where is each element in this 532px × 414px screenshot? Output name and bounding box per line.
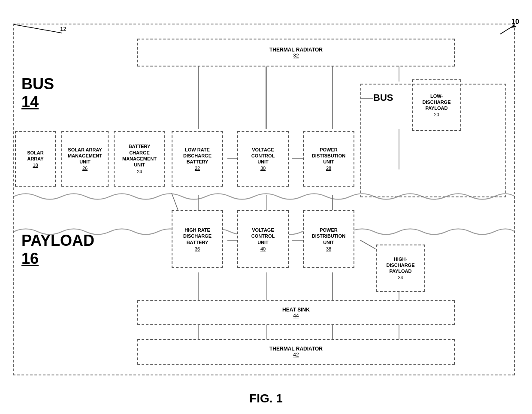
ref-12: 12 — [60, 26, 66, 32]
thermal-radiator-bottom: THERMAL RADIATOR 42 — [137, 339, 455, 365]
voltage-control-top-box: VOLTAGECONTROLUNIT 30 — [237, 131, 289, 187]
battery-charge-box: BATTERYCHARGEMANAGEMENTUNIT 24 — [114, 131, 165, 187]
bus-section-label: BUS 14 — [21, 75, 54, 111]
thermal-radiator-top: THERMAL RADIATOR 32 — [137, 39, 455, 66]
power-dist-bottom-box: POWERDISTRIBUTIONUNIT 38 — [303, 210, 354, 268]
power-dist-top-box: POWERDISTRIBUTIONUNIT 28 — [303, 131, 354, 187]
payload-section-label: PAYLOAD 16 — [21, 232, 94, 268]
fig-label: FIG. 1 — [0, 392, 532, 405]
voltage-control-bottom-box: VOLTAGECONTROLUNIT 40 — [237, 210, 289, 268]
heat-sink-box: HEAT SINK 44 — [137, 300, 455, 325]
low-rate-discharge-box: LOW RATEDISCHARGEBATTERY 22 — [172, 131, 223, 187]
ref-10: 10 — [511, 18, 519, 26]
high-rate-discharge-box: HIGH RATEDISCHARGEBATTERY 36 — [172, 210, 223, 268]
solar-array-management-box: SOLAR ARRAYMANAGEMENTUNIT 26 — [61, 131, 109, 187]
solar-array-box: SOLARARRAY 18 — [15, 131, 56, 187]
diagram-container: 12 10 BUS 14 PAYLOAD 16 THERMAL RADIATOR… — [0, 0, 532, 414]
bus-right-section — [360, 84, 506, 197]
high-discharge-payload-box: HIGH-DISCHARGEPAYLOAD 34 — [376, 245, 425, 292]
